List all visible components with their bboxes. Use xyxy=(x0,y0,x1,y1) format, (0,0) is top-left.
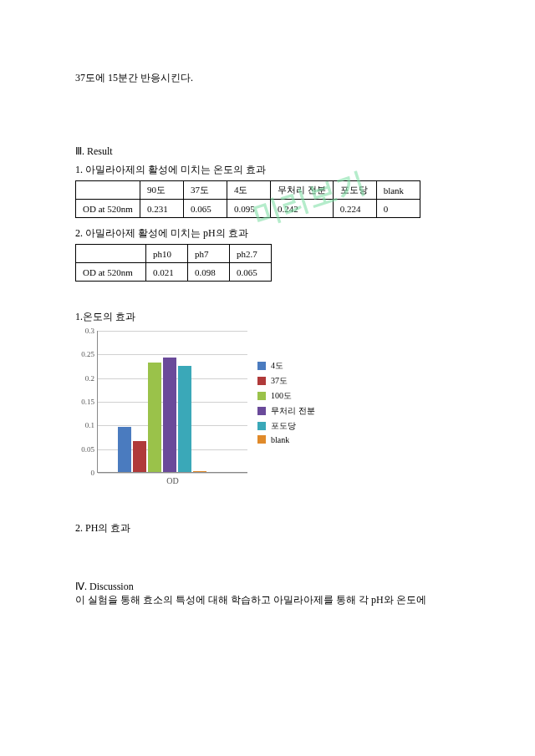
chart-bar xyxy=(133,441,146,472)
temperature-table: 90도 37도 4도 무처리 전분 포도당 blank OD at 520nm … xyxy=(75,180,420,218)
legend-item: 포도당 xyxy=(257,420,315,432)
table-cell: 0.242 xyxy=(270,200,333,218)
table-cell: 0.065 xyxy=(230,263,272,282)
intro-text: 37도에 15분간 반응시킨다. xyxy=(75,71,460,85)
chart-y-tick: 0.25 xyxy=(74,350,94,358)
chart-y-tick: 0.1 xyxy=(74,421,94,429)
legend-label: 37도 xyxy=(271,375,288,387)
legend-label: 100도 xyxy=(271,390,292,402)
table-rowlabel: OD at 520nm xyxy=(76,200,140,218)
table-cell: 0.065 xyxy=(183,200,227,218)
chart-bar xyxy=(178,366,191,472)
legend-swatch xyxy=(257,392,266,400)
table-row: OD at 520nm 0.021 0.098 0.065 xyxy=(76,263,272,282)
legend-label: 4도 xyxy=(271,360,283,372)
table-header-cell: 포도당 xyxy=(333,181,376,200)
table-cell: 0.224 xyxy=(333,200,376,218)
legend-swatch xyxy=(257,377,266,385)
legend-swatch xyxy=(257,362,266,370)
table-cell: 0 xyxy=(376,200,420,218)
table-header-cell: 90도 xyxy=(140,181,183,200)
legend-item: 4도 xyxy=(257,360,315,372)
legend-item: 37도 xyxy=(257,375,315,387)
ph-table: ph10 ph7 ph2.7 OD at 520nm 0.021 0.098 0… xyxy=(75,244,272,282)
chart-x-label: OD xyxy=(98,476,247,485)
legend-swatch xyxy=(257,422,266,430)
chart1-title: 1.온도의 효과 xyxy=(75,310,460,324)
legend-item: blank xyxy=(257,435,315,444)
table1-title: 1. 아밀라아제의 활성에 미치는 온도의 효과 xyxy=(75,163,460,177)
legend-swatch xyxy=(257,435,266,444)
table-header-cell xyxy=(76,181,140,200)
table-header-cell: 무처리 전분 xyxy=(270,181,333,200)
result-heading: Ⅲ. Result xyxy=(75,145,460,158)
table-header-cell: 4도 xyxy=(227,181,270,200)
table-cell: 0.231 xyxy=(140,200,183,218)
chart-y-tick: 0 xyxy=(74,469,94,477)
legend-label: blank xyxy=(271,435,289,444)
chart-bar xyxy=(118,427,131,472)
chart-bar xyxy=(163,358,176,472)
table-cell: 0.095 xyxy=(227,200,270,218)
legend-swatch xyxy=(257,407,266,415)
temperature-chart: 00.050.10.150.20.250.3OD 4도37도100도무처리 전분… xyxy=(75,331,460,473)
chart-y-tick: 0.05 xyxy=(74,445,94,454)
table-header-cell: ph7 xyxy=(188,245,230,263)
discussion-text: 이 실험을 통해 효소의 특성에 대해 학습하고 아밀라아제를 통해 각 pH와… xyxy=(75,593,460,607)
table-header-cell: ph2.7 xyxy=(230,245,272,263)
legend-item: 무처리 전분 xyxy=(257,405,315,417)
table-row: ph10 ph7 ph2.7 xyxy=(76,245,272,263)
table-header-cell: blank xyxy=(376,181,420,200)
chart-bar xyxy=(193,471,206,472)
chart-y-tick: 0.15 xyxy=(74,398,94,406)
table2-title: 2. 아밀라아제 활성에 미치는 pH의 효과 xyxy=(75,226,460,241)
table-header-cell: ph10 xyxy=(146,245,188,263)
chart-y-tick: 0.3 xyxy=(74,327,94,335)
legend-item: 100도 xyxy=(257,390,315,402)
table-cell: 0.021 xyxy=(146,263,188,282)
table-row: OD at 520nm 0.231 0.065 0.095 0.242 0.22… xyxy=(76,200,420,218)
table-rowlabel: OD at 520nm xyxy=(76,263,146,282)
chart-y-tick: 0.2 xyxy=(74,374,94,383)
legend-label: 포도당 xyxy=(271,420,296,432)
table-header-cell xyxy=(76,245,146,263)
chart-bar xyxy=(148,363,161,472)
table-header-cell: 37도 xyxy=(183,181,227,200)
table-cell: 0.098 xyxy=(188,263,230,282)
legend-label: 무처리 전분 xyxy=(271,405,315,417)
chart-legend: 4도37도100도무처리 전분포도당blank xyxy=(257,331,315,473)
discussion-heading: Ⅳ. Discussion xyxy=(75,581,460,593)
chart2-title: 2. PH의 효과 xyxy=(75,521,460,535)
table-row: 90도 37도 4도 무처리 전분 포도당 blank xyxy=(76,181,420,200)
